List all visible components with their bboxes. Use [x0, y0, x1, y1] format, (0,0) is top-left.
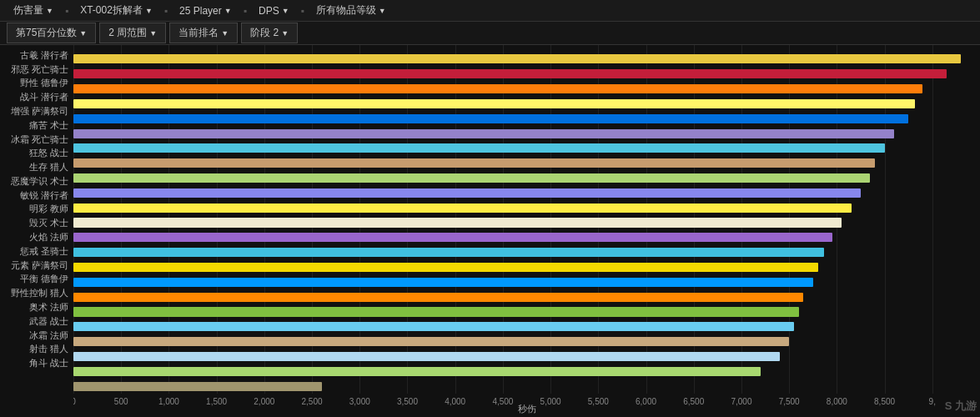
x-tick: 500	[114, 397, 128, 406]
bar	[73, 69, 947, 78]
y-label: 生存 猎人	[0, 160, 73, 174]
sub-rank[interactable]: 当前排名 ▼	[169, 23, 238, 43]
y-label: 毁灭 术士	[0, 216, 73, 230]
x-tick: 5,000	[540, 397, 561, 406]
bar	[73, 173, 870, 183]
bar-row	[73, 96, 980, 111]
bar	[73, 248, 824, 257]
sub-percentile[interactable]: 第75百分位数 ▼	[7, 23, 96, 43]
nav-boss[interactable]: XT-002拆解者 ▼	[73, 2, 159, 19]
bar-row	[73, 141, 980, 156]
x-tick: 2,000	[254, 397, 274, 406]
y-label: 古羲 潜行者	[0, 48, 73, 63]
bar	[73, 233, 832, 242]
y-label: 惩戒 圣骑士	[0, 244, 73, 259]
bar-row	[73, 364, 980, 379]
bar	[73, 382, 322, 391]
y-label: 元素 萨满祭司	[0, 259, 73, 273]
sub-chevron-1: ▼	[79, 29, 87, 38]
nav-ilvl[interactable]: 所有物品等级 ▼	[309, 2, 393, 19]
y-label: 痛苦 术士	[0, 118, 73, 133]
x-axis-label: 秒伤	[518, 403, 536, 415]
y-label: 奥术 法师	[0, 300, 73, 314]
bar	[73, 99, 915, 108]
x-tick: 6,000	[636, 397, 656, 406]
y-label: 火焰 法师	[0, 230, 73, 244]
sub-range[interactable]: 2 周范围 ▼	[99, 23, 166, 43]
sub-phase[interactable]: 阶段 2 ▼	[241, 23, 298, 43]
x-tick: 8,000	[827, 397, 847, 406]
y-label: 邪恶 死亡骑士	[0, 63, 73, 77]
x-tick: 7,500	[779, 397, 800, 406]
x-tick: 6,500	[683, 397, 704, 406]
chevron-icon-2: ▼	[145, 7, 153, 15]
y-label: 平衡 德鲁伊	[0, 273, 73, 287]
bar-row	[73, 52, 980, 67]
bar-row	[73, 304, 980, 319]
bar	[73, 307, 799, 316]
bar	[73, 367, 761, 376]
sub-nav: 第75百分位数 ▼ 2 周范围 ▼ 当前排名 ▼ 阶段 2 ▼	[0, 22, 980, 45]
x-tick: 1,000	[158, 397, 179, 406]
y-label: 恶魔学识 术士	[0, 174, 73, 188]
bar-row	[73, 82, 980, 97]
nav-sep-3: ▪	[244, 5, 247, 17]
bar	[73, 278, 813, 287]
x-tick: 4,000	[445, 397, 465, 406]
bar-row	[73, 274, 980, 289]
y-label: 冰霜 死亡骑士	[0, 133, 73, 147]
bar-row	[73, 349, 980, 364]
bar	[73, 322, 794, 331]
y-label: 射击 猎人	[0, 342, 73, 356]
bar-row	[73, 289, 980, 304]
bar-row	[73, 200, 980, 215]
bar	[73, 293, 803, 302]
nav-sep-4: ▪	[301, 5, 304, 17]
bar-row	[73, 171, 980, 186]
chart-area: 秒伤 05001,0001,5002,0002,5003,0003,5004,0…	[73, 45, 980, 417]
chevron-icon-5: ▼	[379, 7, 386, 15]
bar-row	[73, 156, 980, 171]
y-label: 狂怒 战士	[0, 146, 73, 160]
bar-row	[73, 334, 980, 349]
y-label: 明彩 教师	[0, 203, 73, 217]
x-tick: 3,000	[349, 397, 370, 406]
y-label: 冰霜 法师	[0, 329, 73, 343]
bar-row	[73, 260, 980, 275]
x-tick: 8,500	[874, 397, 895, 406]
watermark: S 九游	[945, 399, 977, 414]
bar	[73, 143, 885, 153]
x-tick: 9,	[929, 397, 936, 406]
top-nav: 伤害量 ▼ ▪ XT-002拆解者 ▼ ▪ 25 Player ▼ ▪ DPS …	[0, 0, 980, 22]
bar-row	[73, 111, 980, 126]
bar-row	[73, 185, 980, 200]
nav-dps[interactable]: DPS ▼	[252, 3, 296, 18]
chevron-icon: ▼	[46, 7, 53, 15]
bar-row	[73, 230, 980, 245]
bar	[73, 352, 780, 361]
bar-row	[73, 126, 980, 141]
nav-player[interactable]: 25 Player ▼	[173, 3, 239, 18]
y-label: 野性控制 猎人	[0, 286, 73, 300]
chevron-icon-3: ▼	[224, 7, 232, 15]
bar-row	[73, 379, 980, 394]
chart-container: 古羲 潜行者邪恶 死亡骑士野性 德鲁伊战斗 潜行者增强 萨满祭司痛苦 术士冰霜 …	[0, 45, 980, 417]
x-axis: 秒伤 05001,0001,5002,0002,5003,0003,5004,0…	[73, 394, 980, 417]
nav-damage[interactable]: 伤害量 ▼	[7, 2, 60, 19]
y-label: 战斗 潜行者	[0, 90, 73, 104]
bar-row	[73, 245, 980, 260]
x-tick: 3,500	[397, 397, 418, 406]
bar	[73, 129, 894, 138]
y-axis: 古羲 潜行者邪恶 死亡骑士野性 德鲁伊战斗 潜行者增强 萨满祭司痛苦 术士冰霜 …	[0, 45, 73, 417]
bar	[73, 54, 961, 63]
y-label: 增强 萨满祭司	[0, 104, 73, 118]
x-tick: 7,000	[731, 397, 751, 406]
bar	[73, 218, 842, 227]
x-tick: 1,500	[206, 397, 227, 406]
bar	[73, 158, 875, 168]
bar-row	[73, 319, 980, 334]
bar	[73, 114, 908, 123]
bar	[73, 84, 922, 93]
x-tick: 0	[73, 397, 76, 406]
bar	[73, 188, 861, 198]
